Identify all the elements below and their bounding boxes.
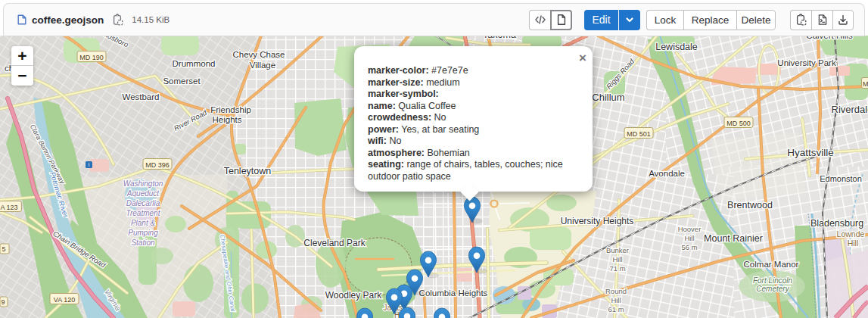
svg-text:Bladensburg: Bladensburg	[810, 218, 863, 229]
svg-text:Bunker: Bunker	[606, 246, 629, 254]
svg-text:Colmar Manor: Colmar Manor	[744, 260, 799, 269]
svg-text:Lewisdale: Lewisdale	[655, 42, 698, 52]
svg-text:Riverdale: Riverdale	[832, 104, 868, 115]
svg-text:Dalecarlia: Dalecarlia	[126, 199, 160, 207]
svg-text:56 m: 56 m	[681, 243, 697, 251]
svg-text:Chillum: Chillum	[592, 92, 624, 103]
svg-text:VA 120: VA 120	[54, 296, 75, 304]
svg-text:Pumping: Pumping	[128, 229, 158, 237]
svg-text:Station: Station	[131, 238, 155, 247]
svg-text:University Heights: University Heights	[561, 216, 634, 226]
svg-text:A 123: A 123	[0, 204, 17, 211]
svg-text:Chevy Chase: Chevy Chase	[232, 50, 285, 59]
svg-text:Lownde: Lownde	[837, 229, 865, 238]
svg-text:Westbard: Westbard	[122, 92, 159, 101]
svg-text:Drummond: Drummond	[173, 59, 216, 68]
svg-text:Hill: Hill	[612, 255, 622, 263]
svg-text:Woodley Park: Woodley Park	[325, 290, 382, 301]
svg-text:MD 500: MD 500	[726, 120, 751, 127]
svg-text:Columbia Heights: Columbia Heights	[419, 288, 488, 298]
svg-text:Cleveland Park: Cleveland Park	[303, 238, 366, 248]
svg-text:Tenleytown: Tenleytown	[224, 166, 272, 176]
svg-text:Hyattsville: Hyattsville	[787, 147, 834, 158]
svg-text:Edmonston: Edmonston	[820, 174, 862, 183]
svg-text:Brentwood: Brentwood	[727, 200, 773, 210]
svg-text:Hoover: Hoover	[678, 225, 702, 233]
svg-text:Washington: Washington	[123, 179, 163, 188]
svg-text:71 m: 71 m	[609, 264, 625, 273]
svg-text:Hill: Hill	[684, 234, 694, 242]
svg-text:5: 5	[2, 245, 5, 253]
svg-text:Village: Village	[250, 61, 275, 70]
svg-text:Cemetery: Cemetery	[756, 285, 789, 293]
svg-text:Plant &: Plant &	[131, 219, 156, 227]
svg-text:MD 190: MD 190	[79, 54, 104, 61]
svg-text:Treatment: Treatment	[126, 209, 161, 217]
svg-text:MD 501: MD 501	[627, 130, 651, 138]
svg-text:61 m: 61 m	[608, 305, 624, 313]
svg-text:MD: MD	[863, 80, 868, 88]
svg-text:Heights: Heights	[213, 115, 242, 124]
svg-text:Hill: Hill	[848, 238, 859, 248]
svg-text:9: 9	[1, 298, 5, 306]
svg-text:Mount Rainier: Mount Rainier	[704, 233, 763, 244]
svg-text:Round: Round	[605, 287, 627, 295]
svg-text:Friendship: Friendship	[210, 105, 251, 114]
svg-text:Hill: Hill	[611, 296, 621, 304]
svg-text:University Park: University Park	[777, 58, 836, 67]
svg-text:Aqueduct: Aqueduct	[126, 189, 160, 198]
svg-text:MD 396: MD 396	[145, 161, 170, 169]
svg-text:Avondale: Avondale	[649, 169, 685, 178]
svg-text:Fort Lincoln: Fort Lincoln	[753, 276, 793, 285]
svg-text:Somerset: Somerset	[163, 76, 201, 86]
